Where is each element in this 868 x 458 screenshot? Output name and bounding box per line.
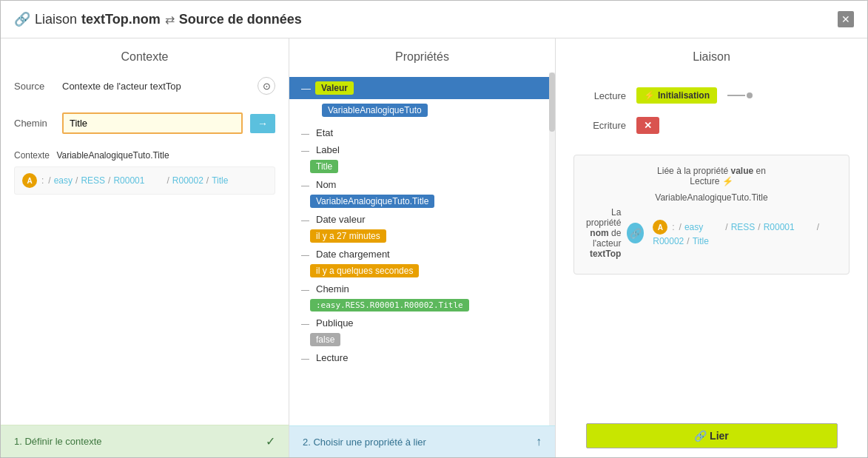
chemin-row: Chemin → [1,99,289,138]
lier-button[interactable]: 🔗 Lier [586,423,838,448]
chemin-prop-arrow: — [301,285,310,294]
connector-line [727,95,745,96]
avatar: A [22,173,37,188]
date-charg-label: Date chargement [316,249,390,260]
chemin-navigate-button[interactable]: → [250,114,275,133]
prop-date-valeur[interactable]: — Date valeur [289,211,555,228]
link-actor-button[interactable]: 🔗 [627,223,644,243]
step-bar-mid: 2. Choisir une propriété à lier ↑ [289,425,555,457]
actor-row: La propriété nom del'acteur textTop 🔗 A … [586,207,837,259]
act-ress[interactable]: RESS [731,222,756,232]
false-badge[interactable]: false [310,333,340,346]
prop-list-inner: — Valeur VariableAnalogiqueTuto — Etat —… [289,73,555,371]
date-charg-arrow: — [301,250,310,259]
modal: 🔗 Liaison textTop.nom ⇄ Source de donnée… [0,0,868,458]
date-charg-badge[interactable]: il y a quelques secondes [310,264,419,277]
false-badge-row: false [289,331,555,349]
info-box-title: Liée à la propriété value en Lecture ⚡ [586,166,837,186]
scroll-thumb[interactable] [549,73,555,132]
nom-arrow: — [301,181,310,189]
valeur-dash: — [301,83,311,94]
slash2: / [74,175,79,186]
actor-breadcrumb: A : / easy / RESS / R00001 / R00002 / Ti… [653,220,837,246]
ecriture-x-button[interactable]: ✕ [636,117,659,134]
prop-publique[interactable]: — Publique [289,314,555,331]
chemin-input[interactable] [62,112,243,134]
liaison-content: Lecture ⚡ Initialisation Ecriture ✕ [556,73,867,149]
actor-label: La propriété nom del'acteur textTop [586,207,621,259]
actor-avatar: A [653,220,667,235]
sep1: : [40,175,45,186]
act-r00002[interactable]: R00002 [653,236,684,246]
prop-valeur-selected[interactable]: — Valeur [289,77,555,99]
texttop-bold: textTop [590,249,621,259]
modal-title: 🔗 Liaison textTop.nom ⇄ Source de donnée… [14,11,302,27]
prop-nom[interactable]: — Nom [289,176,555,193]
breadcrumb-r00001[interactable]: R00001 [113,175,144,186]
contexte-path-label: Contexte VariableAnalogiqueTuto.Title [14,150,275,161]
title-bold1: textTop.nom [81,12,161,27]
liaison-footer: 🔗 Lier [556,414,867,457]
title-badge-row: Title [289,158,555,176]
prop-date-chargement[interactable]: — Date chargement [289,246,555,263]
init-badge[interactable]: ⚡ Initialisation [636,87,717,104]
label-arrow: — [301,146,310,155]
breadcrumb-easy[interactable]: easy [54,175,73,186]
source-row: Source Contexte de l'acteur textTop ⊙ [1,73,289,99]
info-box: Liée à la propriété value en Lecture ⚡ V… [573,155,850,275]
liaison-title: Liaison [556,38,867,73]
vat-badge[interactable]: VariableAnalogiqueTuto.Title [310,195,434,208]
slash1: / [47,175,52,186]
step-bar-left: 1. Définir le contexte ✓ [1,425,289,457]
title-bold2: Source de données [179,12,302,27]
step-check-icon: ✓ [266,434,275,448]
label-label: Label [316,144,340,155]
connector-dot [747,92,753,98]
act-sl3: / [756,222,761,232]
target-icon-button[interactable]: ⊙ [258,77,275,95]
act-sl2: / [724,222,729,232]
prop-lecture[interactable]: — Lecture [289,349,555,366]
breadcrumb-r00002[interactable]: R00002 [172,175,203,186]
modal-body: Contexte Source Contexte de l'acteur tex… [1,38,867,457]
publique-arrow: — [301,319,310,328]
etat-arrow: — [301,129,310,138]
chemin-badge[interactable]: :easy.RESS.R00001.R00002.Title [310,299,469,311]
prop-list: — Valeur VariableAnalogiqueTuto — Etat —… [289,73,555,425]
chemin-label: Chemin [14,118,55,129]
init-label: Initialisation [658,90,710,101]
breadcrumb-title[interactable]: Title [212,175,228,186]
step-mid-label: 2. Choisir une propriété à lier [303,437,426,448]
link-icon: 🔗 [14,11,30,27]
act-title[interactable]: Title [693,236,709,246]
panel-proprietes: Propriétés — Valeur VariableAnalogiqueTu… [289,38,556,457]
vat-badge-row: VariableAnalogiqueTuto.Title [289,193,555,211]
act-sl5: / [685,236,690,246]
flash-icon2: ⚡ [722,176,733,186]
source-value: Contexte de l'acteur textTop [62,81,181,92]
publique-label: Publique [316,317,354,329]
title-liaison: Liaison [35,12,77,27]
scroll-track[interactable] [549,73,555,425]
variable-badge[interactable]: VariableAnalogiqueTuto [322,104,428,117]
close-button[interactable]: ✕ [838,11,854,27]
contexte-path-value: VariableAnalogiqueTuto.Title [56,150,169,161]
act-r00001[interactable]: R00001 [764,222,795,232]
lecture-label: Lecture [578,90,626,101]
prop-chemin[interactable]: — Chemin [289,280,555,297]
act-easy[interactable]: easy [684,222,703,232]
panel-liaison: Liaison Lecture ⚡ Initialisation Ecritur… [556,38,867,457]
prop-label[interactable]: — Label [289,141,555,158]
lecture-arrow: — [301,354,310,363]
date-valeur-arrow: — [301,215,310,224]
breadcrumb-ress[interactable]: RESS [81,175,105,186]
date-valeur-badge[interactable]: il y a 27 minutes [310,229,386,243]
panel-contexte: Contexte Source Contexte de l'acteur tex… [1,38,289,457]
prop-etat[interactable]: — Etat [289,124,555,141]
flash-icon: ⚡ [644,90,655,101]
nom-label: Nom [316,179,336,190]
connector [727,92,753,98]
date-charg-badge-row: il y a quelques secondes [289,263,555,280]
contexte-path-section: Contexte VariableAnalogiqueTuto.Title A … [1,138,289,201]
title-badge[interactable]: Title [310,160,338,173]
